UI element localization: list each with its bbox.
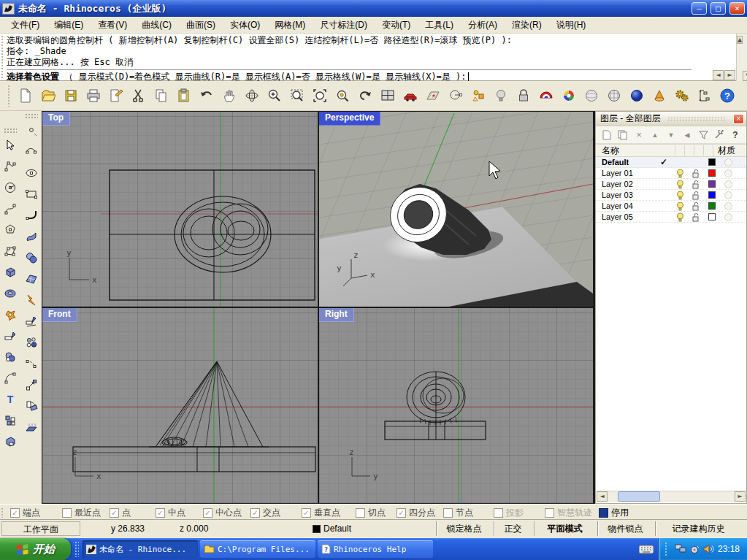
torus-tool[interactable] xyxy=(1,284,20,303)
menu-mesh[interactable]: 网格(M) xyxy=(267,17,313,34)
checkbox[interactable] xyxy=(62,508,72,518)
toggle-grid-snap[interactable]: 锁定格点 xyxy=(436,521,491,536)
move-layer-left-button[interactable]: ◀ xyxy=(681,129,694,142)
toolbar-grip[interactable] xyxy=(7,85,10,107)
sidebar-grip[interactable] xyxy=(4,128,17,134)
layers-horizontal-scrollbar[interactable]: ◄ ► xyxy=(597,491,746,502)
render-mesh-button[interactable] xyxy=(604,85,624,106)
delete-layer-button[interactable]: × xyxy=(632,129,646,142)
menu-transform[interactable]: 变动(T) xyxy=(375,17,418,34)
rectangle-tool[interactable] xyxy=(22,185,41,204)
layer-row[interactable]: Layer 01 xyxy=(596,168,746,179)
menu-dimension[interactable]: 尺寸标注(D) xyxy=(313,17,375,34)
layer-color-swatch[interactable] xyxy=(708,169,716,177)
taskbar-task-rhino[interactable]: 未命名 - Rhinoce... xyxy=(83,540,198,558)
layer-color-swatch[interactable] xyxy=(708,202,716,210)
color-wheel-button[interactable] xyxy=(559,85,579,106)
menu-solid[interactable]: 实体(O) xyxy=(223,17,267,34)
clock[interactable]: 23:18 xyxy=(718,544,740,554)
checkbox[interactable] xyxy=(545,508,554,518)
material-icon[interactable] xyxy=(724,202,732,210)
layers-help-button[interactable]: ? xyxy=(729,129,742,142)
copy-button[interactable] xyxy=(151,85,172,106)
new-file-button[interactable] xyxy=(15,85,36,106)
checkbox[interactable]: ✓ xyxy=(302,508,311,518)
checkbox[interactable]: ✓ xyxy=(10,508,20,518)
rebuild-surface-tool[interactable] xyxy=(22,269,41,288)
checkbox[interactable] xyxy=(443,508,453,518)
material-icon[interactable] xyxy=(724,213,732,221)
render-preview-button[interactable] xyxy=(649,85,670,106)
maximize-button[interactable]: □ xyxy=(710,2,726,15)
toggle-planar-mode[interactable]: 平面模式 xyxy=(534,521,595,536)
layer-color-swatch[interactable] xyxy=(708,180,716,188)
ellipse-tool[interactable] xyxy=(22,164,41,183)
menu-render[interactable]: 渲染(R) xyxy=(505,17,549,34)
layer-row-default[interactable]: Default ✓ xyxy=(596,157,746,168)
point-tool[interactable] xyxy=(22,121,41,140)
cage-edit-tool[interactable] xyxy=(1,432,20,451)
column-header-material[interactable]: 材质 xyxy=(713,145,735,157)
osnap-center[interactable]: ✓中心点 xyxy=(203,507,242,519)
speaker-icon[interactable] xyxy=(703,544,714,554)
viewport-layout-button[interactable] xyxy=(378,85,398,106)
osnap-mid[interactable]: ✓中点 xyxy=(156,507,185,519)
split-tool[interactable] xyxy=(22,312,41,331)
surface-tool[interactable] xyxy=(22,227,41,246)
save-file-button[interactable] xyxy=(61,85,81,106)
close-button[interactable]: × xyxy=(729,2,745,15)
osnap-disable[interactable]: 停用 xyxy=(599,507,629,519)
render-button[interactable] xyxy=(581,85,602,106)
extend-tool[interactable] xyxy=(22,291,41,310)
menu-edit[interactable]: 编辑(E) xyxy=(47,17,91,34)
named-view-button[interactable] xyxy=(400,85,421,106)
viewport-label-right[interactable]: Right xyxy=(319,308,354,322)
material-icon[interactable] xyxy=(724,169,732,177)
viewport-right[interactable]: z y Right xyxy=(319,308,593,503)
menu-help[interactable]: 说明(H) xyxy=(549,17,594,34)
toggle-ortho[interactable]: 正交 xyxy=(494,521,532,536)
boolean-tool[interactable] xyxy=(1,305,20,324)
quicklaunch-grip[interactable] xyxy=(74,541,79,557)
sphere-tool[interactable] xyxy=(22,248,41,267)
arc-tool[interactable] xyxy=(22,142,41,161)
command-scrollbar[interactable]: ▲ ▼ xyxy=(736,34,747,81)
osnap-end[interactable]: ✓端点 xyxy=(10,507,40,519)
minimize-button[interactable]: — xyxy=(692,2,707,15)
surface-points-tool[interactable] xyxy=(1,242,20,261)
properties-button[interactable] xyxy=(106,85,126,106)
filter-layers-button[interactable] xyxy=(697,129,710,142)
menu-analyze[interactable]: 分析(A) xyxy=(461,17,505,34)
layer-row[interactable]: Layer 03 xyxy=(596,190,746,201)
group-tool[interactable] xyxy=(1,411,20,430)
checkbox[interactable]: ✓ xyxy=(156,508,165,518)
scroll-right-icon[interactable]: ► xyxy=(735,491,746,502)
text-tool[interactable]: T xyxy=(1,390,20,409)
command-scroll-left-icon[interactable]: ◄ xyxy=(713,70,724,80)
menu-file[interactable]: 文件(F) xyxy=(4,17,47,34)
control-point-curve-tool[interactable] xyxy=(1,157,20,176)
trim-tool[interactable] xyxy=(1,326,20,345)
command-input-line[interactable]: 选择着色设置 （ 显示模式(D)=着色模式 显示曲线(R)=是 显示框线(A)=… xyxy=(7,69,692,81)
shaded-view-button[interactable] xyxy=(627,85,647,106)
osnap-grip[interactable] xyxy=(1,507,4,518)
viewport-perspective[interactable]: z x y Perspective xyxy=(319,112,593,307)
checkbox[interactable]: ✓ xyxy=(110,508,119,518)
scroll-left-icon[interactable]: ◄ xyxy=(597,491,608,502)
undo-view-button[interactable] xyxy=(355,85,375,106)
menu-tools[interactable]: 工具(L) xyxy=(418,17,461,34)
scroll-up-icon[interactable]: ▲ xyxy=(737,36,743,44)
network-icon[interactable] xyxy=(675,544,686,554)
toggle-record-history[interactable]: 记录建构历史 xyxy=(655,521,741,536)
layer-color-swatch[interactable] xyxy=(708,191,716,199)
polygon-tool[interactable] xyxy=(1,220,20,239)
start-button[interactable]: 开始 xyxy=(0,538,71,560)
scrollbar-thumb[interactable] xyxy=(618,491,660,502)
osnap-project[interactable]: 投影 xyxy=(494,507,524,519)
curve-tool[interactable] xyxy=(1,199,20,218)
osnap-knot[interactable]: 节点 xyxy=(443,507,473,519)
checkbox[interactable] xyxy=(494,508,503,518)
sidebar-grip[interactable] xyxy=(25,113,38,119)
circle-tool[interactable] xyxy=(1,178,20,197)
checkbox[interactable]: ✓ xyxy=(397,508,406,518)
